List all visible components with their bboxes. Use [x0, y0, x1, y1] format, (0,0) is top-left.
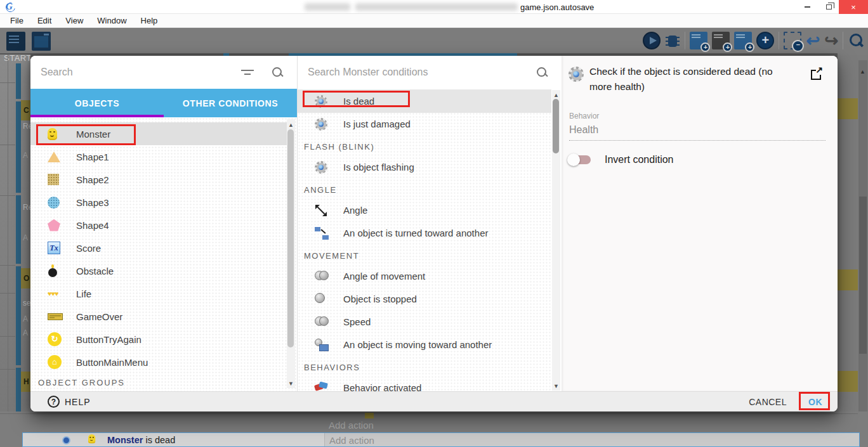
square-icon [48, 174, 59, 185]
object-item-monster[interactable]: Monster [30, 122, 287, 145]
comment-block [838, 371, 858, 392]
behavior-icon [315, 382, 329, 391]
health-gear-icon [62, 436, 70, 444]
cancel-button[interactable]: CANCEL [749, 397, 787, 407]
object-item-shape2[interactable]: Shape2 [30, 168, 287, 191]
object-item-shape4[interactable]: Shape4 [30, 214, 287, 236]
object-item-score[interactable]: Tx Score [30, 236, 287, 259]
object-item-buttonmainmenu[interactable]: ⌂ ButtonMainMenu [30, 351, 287, 373]
choose-condition-dialog: OBJECTS OTHER CONDITIONS Monster Shape1 … [30, 56, 838, 411]
behavior-select[interactable]: Health [569, 124, 598, 136]
add-circle-icon: + [756, 32, 774, 49]
search-events-icon [848, 32, 864, 49]
filter-icon[interactable] [241, 68, 255, 77]
event-sheet-right-edge: ▲ ▼ [838, 55, 868, 447]
invert-condition-label: Invert condition [605, 154, 674, 165]
menu-bar: File Edit View Window Help [0, 14, 868, 28]
condition-item-behavior-activated[interactable]: Behavior activated [298, 377, 551, 391]
comment-block [838, 269, 858, 290]
object-search-input[interactable] [30, 67, 241, 78]
add-action-link: Add action [329, 435, 374, 446]
hearts-icon: ♥♥♥ [48, 290, 58, 297]
object-item-life[interactable]: ♥♥♥ Life [30, 282, 287, 305]
search-icon[interactable] [536, 67, 548, 78]
redacted-file-path [355, 3, 518, 11]
event-sheet-left-edge: START C O H Re A Re A se A A [0, 55, 30, 411]
object-search-bar [30, 56, 297, 89]
project-manager-icon [6, 32, 25, 51]
comment-block [838, 98, 858, 119]
menu-view[interactable]: View [59, 16, 89, 25]
object-item-obstacle[interactable]: Obstacle [30, 259, 287, 282]
object-item-gameover[interactable]: GameOver [30, 305, 287, 328]
editor-toolbar: + + + + ↩ ↪ [0, 28, 868, 55]
redo-icon: ↪ [824, 32, 838, 49]
scrollbar-thumb[interactable] [287, 129, 294, 347]
object-item-shape1[interactable]: Shape1 [30, 145, 287, 168]
open-in-new-icon[interactable] [811, 70, 821, 80]
menu-edit[interactable]: Edit [31, 16, 58, 25]
add-event-icon: + [690, 32, 707, 49]
scroll-down-icon[interactable]: ▼ [553, 383, 559, 389]
invert-condition-toggle[interactable] [569, 155, 591, 164]
condition-item-turned-toward[interactable]: An object is turned toward another [298, 222, 551, 245]
help-button[interactable]: ? HELP [48, 396, 91, 408]
event-condition-text: Monster is dead [107, 435, 175, 445]
section-header-behaviors: BEHAVIORS [304, 356, 551, 377]
object-item-shape3[interactable]: Shape3 [30, 191, 287, 214]
condition-item-is-dead[interactable]: Is dead [298, 90, 551, 113]
health-gear-icon [569, 67, 584, 82]
condition-item-moving-toward[interactable]: An object is moving toward another [298, 334, 551, 356]
ok-button[interactable]: OK [808, 397, 822, 407]
close-button[interactable]: × [839, 0, 868, 14]
stopped-circle-icon [315, 293, 325, 303]
behavior-field-label: Behavior [569, 112, 599, 120]
pentagon-icon [48, 219, 60, 231]
add-action-link: Add action [329, 420, 374, 431]
condition-item-is-just-damaged[interactable]: Is just damaged [298, 113, 551, 136]
maximize-icon [826, 4, 832, 10]
section-header-angle: ANGLE [304, 179, 551, 199]
menu-window[interactable]: Window [91, 16, 133, 25]
scrollbar-thumb[interactable] [553, 99, 559, 153]
event-sheet-bottom: Add action Monster is dead Add action [0, 411, 868, 447]
scroll-down-icon[interactable]: ▼ [288, 380, 294, 387]
object-item-buttontryagain[interactable]: ↻ ButtonTryAgain [30, 328, 287, 351]
bomb-icon [48, 264, 58, 277]
condition-item-speed[interactable]: Speed [298, 311, 551, 334]
object-list-scrollbar[interactable]: ▲ ▼ [287, 119, 295, 388]
minimize-button[interactable] [797, 0, 817, 14]
tab-objects[interactable]: OBJECTS [30, 89, 164, 117]
comment-block: C [21, 100, 30, 120]
condition-item-angle-of-movement[interactable]: Angle of movement [298, 265, 551, 288]
condition-list-scrollbar[interactable]: ▲ ▼ [552, 90, 560, 391]
window-title: game.json.autosave [520, 3, 594, 12]
gdevelop-logo-icon: G [6, 1, 16, 11]
condition-search-input[interactable] [298, 67, 536, 78]
condition-search-bar [298, 56, 562, 89]
search-icon[interactable] [272, 67, 283, 78]
condition-item-angle[interactable]: Angle [298, 199, 551, 222]
scroll-up-icon: ▲ [860, 68, 866, 75]
circle-icon [48, 197, 60, 209]
play-icon [643, 32, 661, 49]
icon-fragment [365, 413, 374, 418]
triangle-icon [48, 152, 60, 162]
moving-circles-icon [315, 316, 329, 326]
banner-icon [48, 313, 63, 320]
maximize-button[interactable] [819, 0, 839, 14]
scroll-up-icon[interactable]: ▲ [553, 92, 559, 98]
condition-item-object-is-stopped[interactable]: Object is stopped [298, 288, 551, 311]
selected-event-row: Monster is dead Add action [22, 432, 860, 447]
tab-other-conditions[interactable]: OTHER CONDITIONS [164, 89, 297, 117]
menu-file[interactable]: File [4, 16, 30, 25]
condition-item-is-object-flashing[interactable]: Is object flashing [298, 156, 551, 179]
monster-icon [88, 434, 95, 443]
object-list: Monster Shape1 Shape2 Shape3 Shape4 Tx S… [30, 117, 297, 391]
menu-help[interactable]: Help [135, 16, 164, 25]
section-header-flash: FLASH (BLINK) [304, 136, 551, 156]
condition-description: Check if the object is considered dead (… [589, 64, 794, 94]
angle-arrows-icon [315, 204, 327, 217]
scroll-up-icon[interactable]: ▲ [288, 122, 294, 128]
comment-block: O [21, 268, 30, 288]
